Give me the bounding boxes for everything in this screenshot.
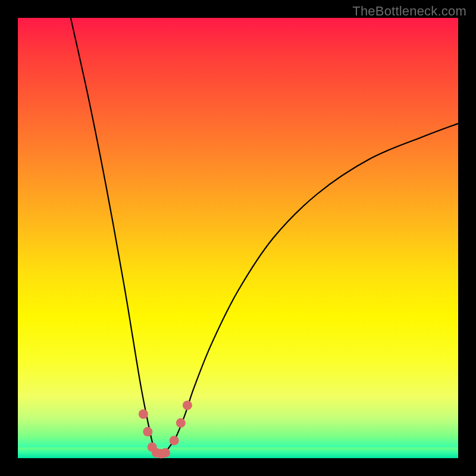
- chart-svg: [18, 18, 458, 458]
- highlight-point: [176, 418, 186, 428]
- watermark-text: TheBottleneck.com: [352, 4, 466, 19]
- plot-area: [18, 18, 458, 458]
- bottleneck-curve: [71, 18, 458, 455]
- highlight-point: [161, 448, 170, 458]
- chart-frame: TheBottleneck.com: [0, 0, 476, 476]
- highlight-point: [183, 400, 192, 410]
- highlight-point: [143, 427, 152, 437]
- highlight-point: [139, 409, 148, 419]
- highlight-markers: [139, 400, 192, 458]
- highlight-point: [170, 436, 179, 445]
